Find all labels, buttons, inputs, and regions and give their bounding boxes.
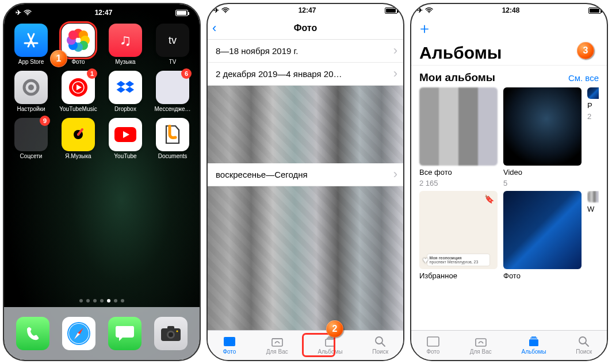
app-messenger-folder[interactable]: 6 Мессендже…	[151, 71, 194, 112]
dropbox-icon	[109, 71, 142, 104]
photo-thumbnails[interactable]	[208, 186, 403, 330]
appstore-icon	[14, 24, 48, 57]
social-folder-icon: 9	[14, 118, 48, 151]
app-label: Соцсети	[20, 153, 43, 159]
search-tab-icon	[577, 336, 591, 347]
svg-point-22	[376, 337, 382, 344]
svg-point-27	[579, 337, 586, 344]
album-all-photos[interactable]: Все фото 2 165	[419, 87, 498, 187]
moment-row[interactable]: 8—18 ноября 2019 г.	[208, 40, 403, 63]
settings-icon	[14, 71, 48, 104]
notification-badge: 6	[181, 68, 192, 79]
app-tv[interactable]: tv TV	[151, 24, 194, 65]
page-indicator[interactable]	[79, 294, 124, 307]
app-label: Мессендже…	[154, 106, 190, 112]
app-appstore[interactable]: App Store	[10, 24, 52, 65]
album-favorites[interactable]: 🔖 Моя геопозиция проспект Металлургов, 2…	[419, 191, 498, 280]
airplane-mode-icon: ✈	[16, 9, 21, 17]
app-yandex-music[interactable]: Я.Музыка	[57, 118, 100, 159]
album-thumbnail	[503, 191, 582, 269]
tv-icon: tv	[156, 24, 189, 57]
section-header-my-albums: Мои альбомы См. все	[411, 65, 607, 87]
photos-tab-icon	[223, 336, 236, 347]
album-name: Избранное	[419, 271, 498, 280]
youtube-icon	[109, 118, 142, 151]
dock-safari-icon[interactable]	[62, 317, 95, 350]
step-indicator-1: 1	[50, 50, 67, 67]
photo-thumbnails[interactable]	[208, 86, 403, 163]
airplane-mode-icon: ✈	[417, 6, 423, 14]
svg-point-15	[177, 331, 178, 332]
album-peek[interactable]: W	[587, 191, 599, 280]
back-button[interactable]: ‹	[212, 21, 216, 36]
moment-row[interactable]: воскресенье—Сегодня	[208, 163, 403, 186]
app-label: TV	[169, 59, 177, 65]
airplane-mode-icon: ✈	[213, 6, 219, 14]
nav-title: Фото	[294, 23, 317, 33]
search-tab-icon	[373, 336, 387, 347]
phone-photos-library: ✈ 12:47 ‹ Фото 8—18 ноября 2019 г. 2 дек…	[206, 3, 404, 361]
app-photos[interactable]: Фото 1	[57, 24, 100, 65]
app-label: Фото	[72, 59, 85, 65]
album-thumbnail: 🔖 Моя геопозиция проспект Металлургов, 2…	[419, 191, 498, 269]
albums-tab-icon	[527, 336, 541, 347]
tab-foryou[interactable]: Для Вас	[470, 336, 492, 355]
dock-messages-icon[interactable]	[108, 317, 141, 350]
album-peek[interactable]: Р 2	[587, 87, 599, 187]
app-youtube[interactable]: YouTube	[104, 118, 147, 159]
app-label: Я.Музыка	[65, 153, 91, 159]
album-thumbnail	[419, 87, 498, 166]
album-video[interactable]: Video 5	[503, 87, 582, 187]
album-name: Фото	[503, 271, 582, 280]
svg-rect-19	[225, 338, 234, 345]
svg-point-16	[225, 12, 226, 13]
app-social-folder[interactable]: 9 Соцсети	[10, 118, 52, 159]
tab-search[interactable]: Поиск	[372, 336, 388, 355]
foryou-tab-icon	[270, 336, 284, 347]
dock-camera-icon[interactable]	[154, 317, 188, 350]
svg-rect-24	[427, 337, 439, 346]
status-bar: ✈ 12:48	[411, 4, 607, 17]
tab-label: Для Вас	[266, 348, 288, 355]
app-documents[interactable]: Documents	[151, 118, 194, 159]
app-label: Настройки	[17, 106, 45, 112]
status-bar: ✈ 12:47	[208, 4, 403, 17]
app-dropbox[interactable]: Dropbox	[104, 71, 147, 112]
tab-bar: Фото Для Вас Альбомы Поиск	[411, 330, 607, 360]
tab-label: Альбомы	[522, 348, 546, 355]
albums-view: ＋ Альбомы 3 Мои альбомы См. все Все фото…	[411, 17, 607, 330]
phone-home-screen: ✈ 12:47 App Store	[3, 3, 201, 361]
tab-photos[interactable]: Фото	[223, 336, 236, 355]
tab-photos[interactable]: Фото	[426, 336, 440, 355]
album-photo[interactable]: Фото	[503, 191, 582, 280]
youtube-music-icon: 1	[62, 71, 95, 104]
tab-albums[interactable]: Альбомы	[522, 336, 546, 355]
album-thumbnail	[587, 87, 599, 99]
nav-bar: ＋	[411, 17, 607, 40]
photos-library-view: ‹ Фото 8—18 ноября 2019 г. 2 декабря 201…	[208, 17, 403, 330]
add-album-button[interactable]: ＋	[417, 18, 432, 39]
tab-foryou[interactable]: Для Вас	[266, 336, 288, 355]
tab-label: Для Вас	[470, 348, 492, 355]
app-music[interactable]: ♫ Музыка	[104, 24, 147, 65]
battery-icon	[385, 7, 397, 14]
app-settings[interactable]: Настройки	[10, 71, 52, 112]
album-count: 5	[503, 179, 582, 187]
foryou-tab-icon	[474, 336, 488, 347]
dock	[4, 307, 200, 360]
favorite-heart-icon: ♥	[423, 255, 429, 266]
app-youtube-music[interactable]: 1 YouTubeMusic	[57, 71, 100, 112]
svg-point-23	[429, 12, 430, 13]
status-time: 12:48	[502, 6, 520, 14]
svg-point-2	[28, 85, 34, 90]
section-title: Мои альбомы	[419, 71, 495, 84]
photos-tab-icon	[426, 336, 440, 347]
moment-row[interactable]: 2 декабря 2019—4 января 20…	[208, 63, 403, 86]
step-indicator-3: 3	[577, 42, 594, 59]
app-label: YouTube	[114, 153, 136, 159]
nav-bar: ‹ Фото	[208, 17, 403, 40]
tab-search[interactable]: Поиск	[576, 336, 592, 355]
music-icon: ♫	[109, 24, 142, 57]
see-all-link[interactable]: См. все	[568, 73, 599, 83]
dock-phone-icon[interactable]	[16, 317, 49, 350]
